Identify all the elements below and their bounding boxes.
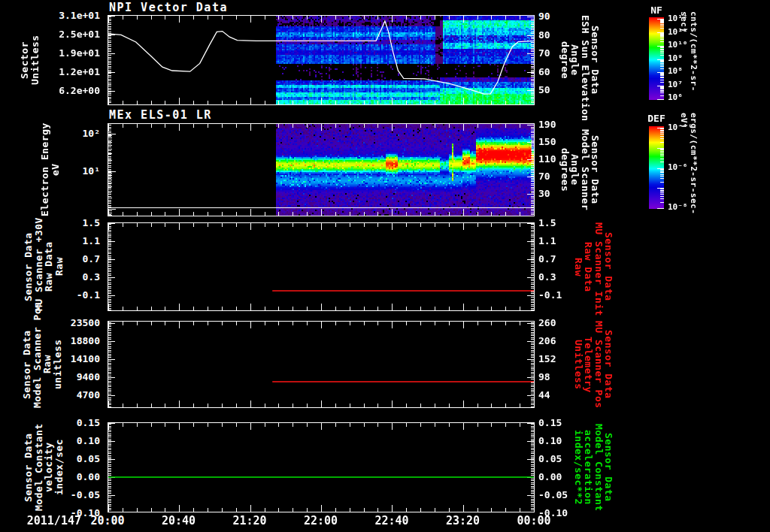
els-hline (108, 123, 535, 216)
colorbar-def-title: DEF (643, 113, 670, 124)
p4-right-axis-label: Sensor DataMU Scanner PosTelemetryUnitle… (573, 321, 614, 408)
p2-right-axis-label: Sensor DataModel ScannerAngledegrees (559, 123, 600, 216)
panel1-title: NPI Vector Data (109, 1, 228, 14)
x-axis-time-label: 21:20 (223, 514, 276, 527)
p5-left-axis-label: Sensor DataModel Constantvelocityindex/s… (23, 422, 64, 512)
p2-left-axis-label: Electron EnergyeV (40, 123, 60, 216)
colorbar-nf-ticks (649, 17, 664, 100)
x-axis-time-label: 20:40 (153, 514, 205, 527)
x-axis-time-label: 23:20 (437, 514, 490, 527)
x-axis-time-label: 22:00 (295, 514, 347, 527)
x-axis-time-label: 00:00 (508, 514, 560, 527)
p5-right-axis-label: Sensor DataModel Constantaccelerationind… (573, 422, 614, 512)
colorbar-def-ticks (649, 126, 664, 209)
p4-left-axis-label: Sensor DataModel Scanner PosRawunitless (22, 321, 62, 408)
colorbar-def-units: ergs/(cm**2-sr-sec-eV) (679, 113, 699, 225)
x-axis-time-label: 20:00 (81, 514, 134, 527)
colorbar-nf-units: cnts/(cm**2-sr-sec) (679, 11, 699, 113)
colorbar-nf-title: NF (643, 5, 670, 16)
p1-right-axis-label: Sensor DataESH Sun ElevationAngledegree (559, 15, 600, 105)
x-axis-date-label: 2011/147 (21, 514, 81, 527)
npi-sector-line (108, 15, 535, 105)
x-axis-time-label: 22:40 (365, 514, 418, 527)
model-scanner-pos-raw-line (108, 321, 535, 408)
mu-scanner-30v-raw-line (108, 222, 535, 311)
panel2-title: MEx ELS-01 LR (109, 108, 212, 122)
tplot-page: NPI Vector Data MEx ELS-01 LR 3.1e+012.5… (0, 0, 770, 532)
p3-left-axis-label: Sensor DataMU Scanner +30VRaw DataRaw (23, 222, 64, 311)
p3-right-axis-label: Sensor DataMU Scanner InitRaw DataRaw (573, 222, 614, 311)
model-constant-velocity-line (108, 422, 535, 512)
p1-left-axis-label: SectorUnitless (20, 15, 40, 105)
